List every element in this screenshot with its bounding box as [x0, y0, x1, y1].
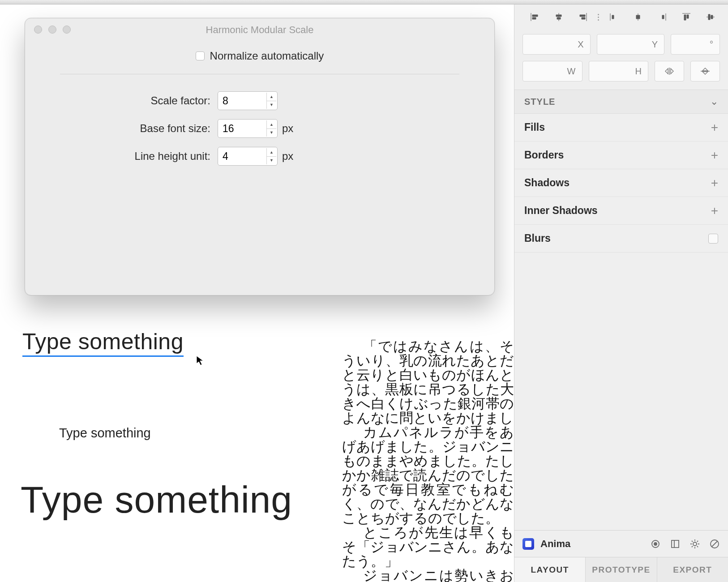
fills-row[interactable]: Fills + — [514, 114, 728, 141]
line-height-unit-stepper[interactable]: ▲ ▼ — [218, 147, 278, 166]
x-label: X — [578, 39, 583, 50]
jp-para-1: 「ではみなさんは、そういり、乳の流れたあとだと云りと白いものがほんとうは、黒板に… — [342, 339, 514, 425]
plugin-bar: Anima — [514, 530, 728, 557]
stepper-up-icon[interactable]: ▲ — [267, 93, 276, 101]
style-section-header[interactable]: STYLE ⌄ — [514, 90, 728, 114]
text-layer-xlarge[interactable]: Type something — [21, 478, 313, 522]
svg-rect-2 — [672, 540, 679, 548]
harmonic-scale-dialog: Harmonic Modular Scale Normalize automat… — [25, 18, 495, 295]
tab-export[interactable]: EXPORT — [657, 557, 728, 582]
unit-label: px — [282, 150, 293, 163]
y-label: Y — [652, 39, 658, 50]
blurs-row[interactable]: Blurs — [514, 225, 728, 252]
tab-prototype[interactable]: PROTOTYPE — [586, 557, 657, 582]
h-input[interactable]: H — [589, 61, 649, 81]
close-dot-icon[interactable] — [34, 26, 42, 34]
align-middle-icon[interactable] — [698, 8, 723, 26]
minimize-dot-icon[interactable] — [48, 26, 56, 34]
align-left-icon[interactable] — [522, 8, 547, 26]
scale-factor-input[interactable] — [218, 95, 263, 107]
svg-point-4 — [693, 542, 697, 546]
inner-shadows-row[interactable]: Inner Shadows + — [514, 197, 728, 225]
svg-point-1 — [654, 543, 657, 545]
scale-factor-label: Scale factor: — [47, 94, 218, 107]
style-header-label: STYLE — [524, 97, 555, 107]
cursor-icon — [196, 355, 204, 366]
blurs-label: Blurs — [524, 232, 551, 244]
separator-icon — [598, 14, 599, 21]
stepper-down-icon[interactable]: ▼ — [267, 101, 276, 109]
inspector-tabs: LAYOUT PROTOTYPE EXPORT — [514, 557, 728, 582]
x-input[interactable]: X — [522, 34, 591, 55]
panel-icon[interactable] — [670, 539, 681, 549]
align-center-h-icon[interactable] — [547, 8, 571, 26]
stepper-up-icon[interactable]: ▲ — [267, 120, 276, 129]
borders-label: Borders — [524, 149, 564, 161]
line-height-unit-input[interactable] — [218, 150, 263, 163]
flip-vertical-icon[interactable] — [690, 61, 720, 81]
record-icon[interactable] — [650, 539, 661, 549]
window-chrome-strip — [0, 0, 728, 4]
add-inner-shadow-icon[interactable]: + — [711, 204, 718, 218]
inner-shadows-label: Inner Shadows — [524, 205, 598, 217]
base-font-size-input[interactable] — [218, 123, 263, 135]
add-shadow-icon[interactable]: + — [711, 176, 718, 190]
blur-toggle-icon[interactable] — [708, 234, 718, 244]
stepper-down-icon[interactable]: ▼ — [267, 157, 276, 165]
distribute-center-icon[interactable] — [626, 8, 650, 26]
align-right-icon[interactable] — [571, 8, 595, 26]
unit-label: px — [282, 122, 293, 135]
align-bottom-icon[interactable] — [723, 8, 728, 26]
chevron-down-icon[interactable]: ⌄ — [710, 96, 718, 107]
y-input[interactable]: Y — [597, 34, 665, 55]
base-font-size-stepper[interactable]: ▲ ▼ — [218, 119, 278, 138]
line-height-unit-label: Line height unit: — [47, 150, 218, 163]
plugin-name: Anima — [540, 538, 644, 550]
borders-row[interactable]: Borders + — [514, 141, 728, 169]
gear-icon[interactable] — [689, 539, 700, 549]
shadows-label: Shadows — [524, 177, 570, 189]
zoom-dot-icon[interactable] — [63, 26, 71, 34]
h-label: H — [635, 66, 642, 77]
add-border-icon[interactable]: + — [711, 148, 718, 163]
jp-para-2: カムパネルラが手をあげあげました。ジョバンニものままやめました。たしかか雑誌で読… — [342, 425, 514, 526]
dialog-titlebar[interactable]: Harmonic Modular Scale — [25, 18, 494, 42]
text-layer-selected[interactable]: Type something — [22, 329, 184, 357]
traffic-lights — [34, 26, 71, 34]
japanese-text-block[interactable]: 「ではみなさんは、そういり、乳の流れたあとだと云りと白いものがほんとうは、黒板に… — [342, 339, 514, 582]
flip-horizontal-icon[interactable] — [655, 61, 684, 81]
add-fill-icon[interactable]: + — [711, 120, 718, 135]
jp-para-4: ジョバンニは勢いきおい — [342, 569, 514, 582]
divider — [60, 74, 459, 74]
w-label: W — [567, 66, 576, 77]
stepper-down-icon[interactable]: ▼ — [267, 129, 276, 137]
alignment-toolbar — [514, 4, 728, 30]
scale-factor-stepper[interactable]: ▲ ▼ — [218, 91, 278, 110]
dialog-title: Harmonic Modular Scale — [25, 24, 494, 36]
fills-label: Fills — [524, 121, 545, 133]
distribute-right-icon[interactable] — [650, 8, 674, 26]
angle-input[interactable]: ° — [671, 34, 720, 55]
jp-para-3: ところが先生は早くもそ「ジョバンニさん。あなたう。」 — [342, 526, 514, 569]
normalize-checkbox[interactable] — [196, 51, 205, 60]
shadows-row[interactable]: Shadows + — [514, 169, 728, 197]
distribute-left-icon[interactable] — [602, 8, 626, 26]
align-top-icon[interactable] — [674, 8, 698, 26]
stepper-up-icon[interactable]: ▲ — [267, 148, 276, 157]
tab-layout[interactable]: LAYOUT — [514, 557, 586, 582]
inspector-panel: X Y ° W H STYLE ⌄ Fills + Borders + Shad… — [514, 4, 728, 582]
svg-line-6 — [712, 541, 717, 547]
text-layer-medium[interactable]: Type something — [59, 426, 313, 441]
base-font-size-label: Base font size: — [47, 122, 218, 135]
design-canvas[interactable]: Harmonic Modular Scale Normalize automat… — [0, 4, 514, 582]
normalize-label: Normalize automatically — [210, 50, 324, 62]
w-input[interactable]: W — [522, 61, 582, 81]
angle-label: ° — [710, 39, 713, 50]
disable-icon[interactable] — [709, 539, 720, 549]
anima-icon[interactable] — [522, 538, 534, 550]
